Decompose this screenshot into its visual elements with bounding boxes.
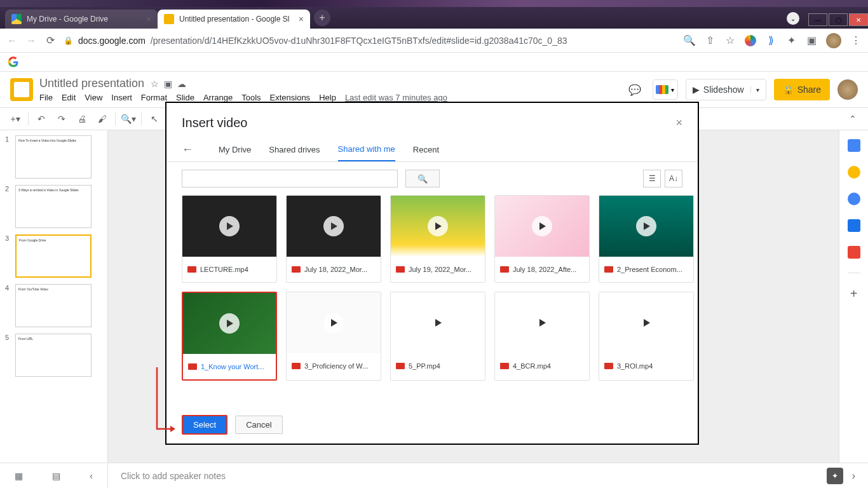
video-card[interactable]: 2_Present Econom... xyxy=(599,195,694,283)
close-icon[interactable]: × xyxy=(299,14,304,24)
last-edit-info[interactable]: Last edit was 7 minutes ago xyxy=(345,93,447,102)
explore-button[interactable]: ✦ xyxy=(827,468,843,484)
url-input[interactable]: 🔒 docs.google.com/presentation/d/14HEfKz… xyxy=(64,36,676,46)
kebab-menu-icon[interactable]: ⋮ xyxy=(850,35,862,46)
tab-my-drive[interactable]: My Drive xyxy=(219,139,251,161)
video-card[interactable]: July 18, 2022_Mor... xyxy=(286,195,381,283)
tasks-icon[interactable] xyxy=(848,193,860,205)
menu-extensions[interactable]: Extensions xyxy=(270,93,311,102)
back-button[interactable]: ← xyxy=(6,35,18,46)
share-button[interactable]: 🔒 Share xyxy=(774,79,830,100)
sort-icon[interactable]: A↓ xyxy=(665,170,682,187)
browser-tab-drive[interactable]: My Drive - Google Drive × xyxy=(5,10,158,29)
select-tool[interactable]: ↖ xyxy=(147,111,162,126)
extension-icon-1[interactable] xyxy=(745,35,756,46)
minimize-button[interactable]: — xyxy=(808,13,827,26)
zoom-icon[interactable]: 🔍 xyxy=(684,35,695,46)
menu-help[interactable]: Help xyxy=(319,93,336,102)
grid-view-icon[interactable]: ▤ xyxy=(52,471,60,481)
collapse-icon[interactable]: ⌃ xyxy=(845,111,860,126)
undo-button[interactable]: ↶ xyxy=(34,111,49,126)
modal-close-button[interactable]: × xyxy=(675,116,682,130)
meet-button[interactable]: ▾ xyxy=(653,79,678,100)
video-card[interactable]: LECTURE.mp4 xyxy=(182,195,277,283)
slide-thumbnail-2[interactable]: 2 3 Ways to embed a Video in Google Slid… xyxy=(5,185,102,228)
paint-format-button[interactable]: 🖌 xyxy=(95,111,110,126)
back-arrow-icon[interactable]: ← xyxy=(182,143,193,156)
video-grid: LECTURE.mp4July 18, 2022_Mor...July 19, … xyxy=(182,195,682,381)
forward-button[interactable]: → xyxy=(25,35,37,46)
collapse-panel-icon[interactable]: ‹ xyxy=(90,471,93,481)
slide-panel[interactable]: 1 How To Insert a Video Into Google Slid… xyxy=(0,130,108,463)
calendar-icon[interactable] xyxy=(848,139,860,152)
tabs-dropdown[interactable]: ⌄ xyxy=(787,12,799,25)
chevron-down-icon[interactable]: ▾ xyxy=(750,86,759,93)
redo-button[interactable]: ↷ xyxy=(54,111,69,126)
window-close-button[interactable]: ✕ xyxy=(849,13,868,26)
search-button[interactable]: 🔍 xyxy=(405,170,440,187)
tab-shared-with-me[interactable]: Shared with me xyxy=(338,138,395,161)
zoom-button[interactable]: 🔍▾ xyxy=(121,111,136,126)
new-slide-button[interactable]: +▾ xyxy=(8,111,23,126)
video-card[interactable]: 3_ROI.mp4 xyxy=(599,292,694,381)
window-titlebar xyxy=(0,0,868,7)
video-thumbnail xyxy=(287,196,381,257)
maximize-button[interactable]: ▢ xyxy=(829,13,848,26)
slideshow-button[interactable]: ▶ Slideshow ▾ xyxy=(686,79,766,100)
slide-thumbnail-3[interactable]: 3 From Google Drive xyxy=(5,234,102,278)
keep-icon[interactable] xyxy=(848,166,860,179)
browser-tab-slides[interactable]: Untitled presentation - Google Sl × xyxy=(158,10,310,29)
video-card[interactable]: 5_PP.mp4 xyxy=(390,292,485,381)
document-title[interactable]: Untitled presentation xyxy=(39,77,144,90)
menu-insert[interactable]: Insert xyxy=(111,93,132,102)
slides-logo-icon[interactable] xyxy=(10,78,33,101)
filmstrip-view-icon[interactable]: ▦ xyxy=(15,471,23,481)
comments-icon[interactable]: 💬 xyxy=(625,79,645,100)
slide-thumbnail-1[interactable]: 1 How To Insert a Video Into Google Slid… xyxy=(5,135,102,179)
user-avatar[interactable] xyxy=(837,79,858,100)
list-view-icon[interactable]: ☰ xyxy=(643,170,661,187)
video-card[interactable]: July 18, 2022_Afte... xyxy=(494,195,590,283)
share-url-icon[interactable]: ⇧ xyxy=(704,35,715,46)
menu-tools[interactable]: Tools xyxy=(241,93,261,102)
video-file-icon xyxy=(292,266,301,273)
google-logo-icon[interactable] xyxy=(8,57,19,68)
video-card[interactable]: 1_Know your Wort... xyxy=(182,292,277,381)
reload-button[interactable]: ⟳ xyxy=(44,35,56,46)
slide-thumbnail-4[interactable]: 4 From YouTube Video xyxy=(5,284,102,327)
cloud-icon[interactable]: ☁ xyxy=(177,79,186,89)
sidepanel-icon[interactable]: ▣ xyxy=(806,35,817,46)
video-card[interactable]: 4_BCR.mp4 xyxy=(494,292,590,381)
menu-file[interactable]: File xyxy=(39,93,53,102)
bookmark-star-icon[interactable]: ☆ xyxy=(724,35,736,46)
add-icon[interactable]: + xyxy=(848,287,860,300)
close-icon[interactable]: × xyxy=(146,14,151,24)
menu-slide[interactable]: Slide xyxy=(176,93,194,102)
profile-avatar[interactable] xyxy=(826,33,841,48)
search-input[interactable] xyxy=(182,170,398,187)
select-button[interactable]: Select xyxy=(182,415,227,435)
video-card[interactable]: 3_Proficiency of W... xyxy=(286,292,381,381)
new-tab-button[interactable]: + xyxy=(314,10,330,26)
extensions-icon[interactable]: ✦ xyxy=(785,35,797,46)
cast-icon[interactable]: ⟫ xyxy=(765,35,776,46)
video-filename: July 18, 2022_Mor... xyxy=(304,266,367,273)
menu-arrange[interactable]: Arrange xyxy=(203,93,233,102)
video-filename: 3_Proficiency of W... xyxy=(304,362,368,370)
expand-panel-icon[interactable]: › xyxy=(852,470,855,482)
star-icon[interactable]: ☆ xyxy=(151,79,159,89)
cancel-button[interactable]: Cancel xyxy=(235,416,282,434)
menu-view[interactable]: View xyxy=(85,93,102,102)
video-file-icon xyxy=(187,266,196,273)
menu-edit[interactable]: Edit xyxy=(62,93,76,102)
tab-shared-drives[interactable]: Shared drives xyxy=(269,139,320,161)
maps-icon[interactable] xyxy=(848,246,860,259)
tab-recent[interactable]: Recent xyxy=(413,139,439,161)
print-button[interactable]: 🖨 xyxy=(74,111,90,126)
contacts-icon[interactable] xyxy=(848,219,860,232)
video-card[interactable]: July 19, 2022_Mor... xyxy=(390,195,485,283)
speaker-notes[interactable]: Click to add speaker notes ✦ › xyxy=(0,463,868,488)
slide-thumbnail-5[interactable]: 5 From URL xyxy=(5,334,102,377)
move-icon[interactable]: ▣ xyxy=(164,79,172,89)
menu-format[interactable]: Format xyxy=(141,93,167,102)
